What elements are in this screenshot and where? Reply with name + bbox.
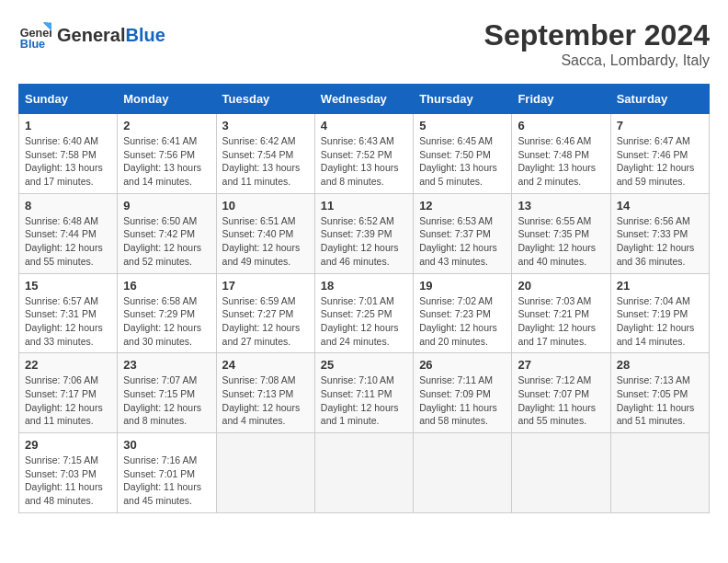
svg-text:Blue: Blue <box>20 38 45 51</box>
day-info: Sunrise: 7:11 AM Sunset: 7:09 PM Dayligh… <box>419 373 506 428</box>
logo-blue-text: Blue <box>125 25 165 46</box>
day-info: Sunrise: 7:12 AM Sunset: 7:07 PM Dayligh… <box>518 373 604 428</box>
day-number: 7 <box>617 119 703 132</box>
logo-general-text: General <box>57 25 125 46</box>
calendar-day-8: 8Sunrise: 6:48 AM Sunset: 7:44 PM Daylig… <box>19 193 118 273</box>
day-number: 25 <box>321 358 407 372</box>
empty-cell <box>314 433 413 513</box>
day-number: 22 <box>25 358 111 372</box>
calendar-day-9: 9Sunrise: 6:50 AM Sunset: 7:42 PM Daylig… <box>118 193 216 273</box>
day-number: 9 <box>123 199 210 213</box>
day-info: Sunrise: 6:56 AM Sunset: 7:33 PM Dayligh… <box>617 214 703 269</box>
empty-cell <box>512 433 610 513</box>
day-info: Sunrise: 7:13 AM Sunset: 7:05 PM Dayligh… <box>617 373 703 428</box>
day-info: Sunrise: 7:15 AM Sunset: 7:03 PM Dayligh… <box>25 454 111 508</box>
day-info: Sunrise: 6:52 AM Sunset: 7:39 PM Dayligh… <box>321 214 407 269</box>
calendar-day-26: 26Sunrise: 7:11 AM Sunset: 7:09 PM Dayli… <box>414 353 512 433</box>
calendar-day-3: 3Sunrise: 6:42 AM Sunset: 7:54 PM Daylig… <box>216 114 314 194</box>
calendar-day-25: 25Sunrise: 7:10 AM Sunset: 7:11 PM Dayli… <box>314 353 413 433</box>
calendar-day-4: 4Sunrise: 6:43 AM Sunset: 7:52 PM Daylig… <box>314 114 413 194</box>
empty-cell <box>216 433 314 513</box>
calendar-week-5: 29Sunrise: 7:15 AM Sunset: 7:03 PM Dayli… <box>19 433 710 513</box>
calendar-day-20: 20Sunrise: 7:03 AM Sunset: 7:21 PM Dayli… <box>512 273 610 353</box>
day-number: 13 <box>518 199 604 213</box>
day-info: Sunrise: 6:57 AM Sunset: 7:31 PM Dayligh… <box>25 294 111 349</box>
day-info: Sunrise: 7:16 AM Sunset: 7:01 PM Dayligh… <box>123 454 210 508</box>
day-info: Sunrise: 6:48 AM Sunset: 7:44 PM Dayligh… <box>25 214 111 269</box>
day-number: 21 <box>617 279 703 293</box>
calendar-day-19: 19Sunrise: 7:02 AM Sunset: 7:23 PM Dayli… <box>414 273 512 353</box>
day-number: 27 <box>518 358 604 372</box>
day-info: Sunrise: 7:04 AM Sunset: 7:19 PM Dayligh… <box>617 294 703 349</box>
calendar-day-15: 15Sunrise: 6:57 AM Sunset: 7:31 PM Dayli… <box>19 273 118 353</box>
day-info: Sunrise: 7:08 AM Sunset: 7:13 PM Dayligh… <box>222 373 309 428</box>
calendar-day-21: 21Sunrise: 7:04 AM Sunset: 7:19 PM Dayli… <box>610 273 709 353</box>
weekday-header-friday: Friday <box>512 85 610 114</box>
page-header: General Blue GeneralBlue September 2024 … <box>18 18 710 69</box>
calendar-day-28: 28Sunrise: 7:13 AM Sunset: 7:05 PM Dayli… <box>610 353 709 433</box>
calendar-day-22: 22Sunrise: 7:06 AM Sunset: 7:17 PM Dayli… <box>19 353 118 433</box>
weekday-header-wednesday: Wednesday <box>314 85 413 114</box>
day-info: Sunrise: 6:53 AM Sunset: 7:37 PM Dayligh… <box>419 214 506 269</box>
day-info: Sunrise: 6:59 AM Sunset: 7:27 PM Dayligh… <box>222 294 309 349</box>
calendar-week-3: 15Sunrise: 6:57 AM Sunset: 7:31 PM Dayli… <box>19 273 710 353</box>
calendar-day-23: 23Sunrise: 7:07 AM Sunset: 7:15 PM Dayli… <box>118 353 216 433</box>
calendar-day-17: 17Sunrise: 6:59 AM Sunset: 7:27 PM Dayli… <box>216 273 314 353</box>
calendar-day-27: 27Sunrise: 7:12 AM Sunset: 7:07 PM Dayli… <box>512 353 610 433</box>
day-info: Sunrise: 6:41 AM Sunset: 7:56 PM Dayligh… <box>123 134 210 189</box>
month-title: September 2024 <box>484 18 710 52</box>
day-info: Sunrise: 7:07 AM Sunset: 7:15 PM Dayligh… <box>123 373 210 428</box>
day-number: 17 <box>222 279 309 293</box>
calendar-week-2: 8Sunrise: 6:48 AM Sunset: 7:44 PM Daylig… <box>19 193 710 273</box>
day-number: 14 <box>617 199 703 213</box>
day-info: Sunrise: 7:03 AM Sunset: 7:21 PM Dayligh… <box>518 294 604 349</box>
calendar-day-1: 1Sunrise: 6:40 AM Sunset: 7:58 PM Daylig… <box>19 114 118 194</box>
day-info: Sunrise: 6:47 AM Sunset: 7:46 PM Dayligh… <box>617 134 703 189</box>
empty-cell <box>610 433 709 513</box>
logo-icon: General Blue <box>18 18 51 52</box>
calendar-day-6: 6Sunrise: 6:46 AM Sunset: 7:48 PM Daylig… <box>512 114 610 194</box>
calendar-week-4: 22Sunrise: 7:06 AM Sunset: 7:17 PM Dayli… <box>19 353 710 433</box>
calendar-day-7: 7Sunrise: 6:47 AM Sunset: 7:46 PM Daylig… <box>610 114 709 194</box>
day-number: 19 <box>419 279 506 293</box>
calendar-day-10: 10Sunrise: 6:51 AM Sunset: 7:40 PM Dayli… <box>216 193 314 273</box>
day-number: 26 <box>419 358 506 372</box>
day-info: Sunrise: 7:06 AM Sunset: 7:17 PM Dayligh… <box>25 373 111 428</box>
day-info: Sunrise: 6:40 AM Sunset: 7:58 PM Dayligh… <box>25 134 111 189</box>
day-info: Sunrise: 7:01 AM Sunset: 7:25 PM Dayligh… <box>321 294 407 349</box>
calendar-day-13: 13Sunrise: 6:55 AM Sunset: 7:35 PM Dayli… <box>512 193 610 273</box>
day-number: 30 <box>123 438 210 452</box>
calendar-day-18: 18Sunrise: 7:01 AM Sunset: 7:25 PM Dayli… <box>314 273 413 353</box>
weekday-header-saturday: Saturday <box>610 85 709 114</box>
day-info: Sunrise: 6:50 AM Sunset: 7:42 PM Dayligh… <box>123 214 210 269</box>
day-number: 18 <box>321 279 407 293</box>
calendar-day-16: 16Sunrise: 6:58 AM Sunset: 7:29 PM Dayli… <box>118 273 216 353</box>
day-info: Sunrise: 6:42 AM Sunset: 7:54 PM Dayligh… <box>222 134 309 189</box>
calendar-table: SundayMondayTuesdayWednesdayThursdayFrid… <box>18 84 710 513</box>
calendar-day-24: 24Sunrise: 7:08 AM Sunset: 7:13 PM Dayli… <box>216 353 314 433</box>
location-title: Sacca, Lombardy, Italy <box>484 52 710 69</box>
weekday-header-monday: Monday <box>118 85 216 114</box>
day-number: 1 <box>25 119 111 132</box>
calendar-day-14: 14Sunrise: 6:56 AM Sunset: 7:33 PM Dayli… <box>610 193 709 273</box>
weekday-header-tuesday: Tuesday <box>216 85 314 114</box>
day-number: 15 <box>25 279 111 293</box>
title-area: September 2024 Sacca, Lombardy, Italy <box>484 18 710 69</box>
day-number: 10 <box>222 199 309 213</box>
day-info: Sunrise: 7:10 AM Sunset: 7:11 PM Dayligh… <box>321 373 407 428</box>
day-number: 16 <box>123 279 210 293</box>
calendar-day-11: 11Sunrise: 6:52 AM Sunset: 7:39 PM Dayli… <box>314 193 413 273</box>
logo: General Blue GeneralBlue <box>18 18 165 52</box>
day-info: Sunrise: 6:45 AM Sunset: 7:50 PM Dayligh… <box>419 134 506 189</box>
day-number: 24 <box>222 358 309 372</box>
weekday-header-sunday: Sunday <box>19 85 118 114</box>
day-number: 11 <box>321 199 407 213</box>
day-number: 8 <box>25 199 111 213</box>
day-info: Sunrise: 6:46 AM Sunset: 7:48 PM Dayligh… <box>518 134 604 189</box>
calendar-day-12: 12Sunrise: 6:53 AM Sunset: 7:37 PM Dayli… <box>414 193 512 273</box>
day-info: Sunrise: 6:43 AM Sunset: 7:52 PM Dayligh… <box>321 134 407 189</box>
day-number: 3 <box>222 119 309 132</box>
empty-cell <box>414 433 512 513</box>
weekday-header-row: SundayMondayTuesdayWednesdayThursdayFrid… <box>19 85 710 114</box>
weekday-header-thursday: Thursday <box>414 85 512 114</box>
